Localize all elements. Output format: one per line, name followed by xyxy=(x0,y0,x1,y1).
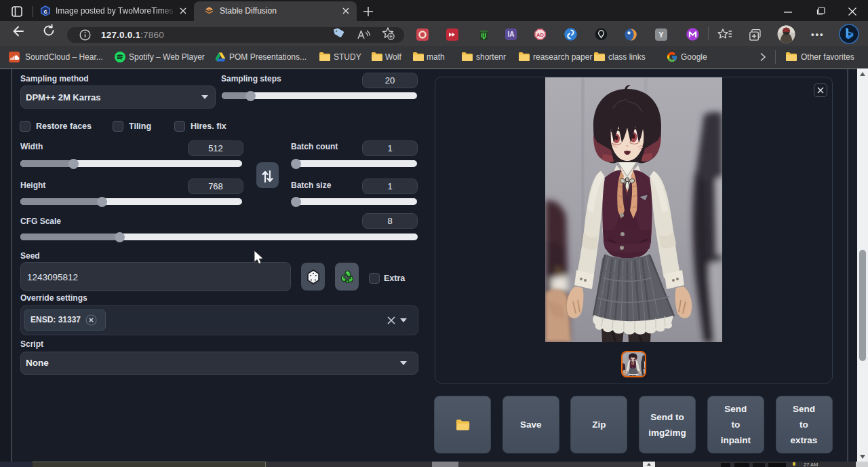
svg-text:AD: AD xyxy=(536,32,544,38)
svg-text:c: c xyxy=(43,8,47,15)
